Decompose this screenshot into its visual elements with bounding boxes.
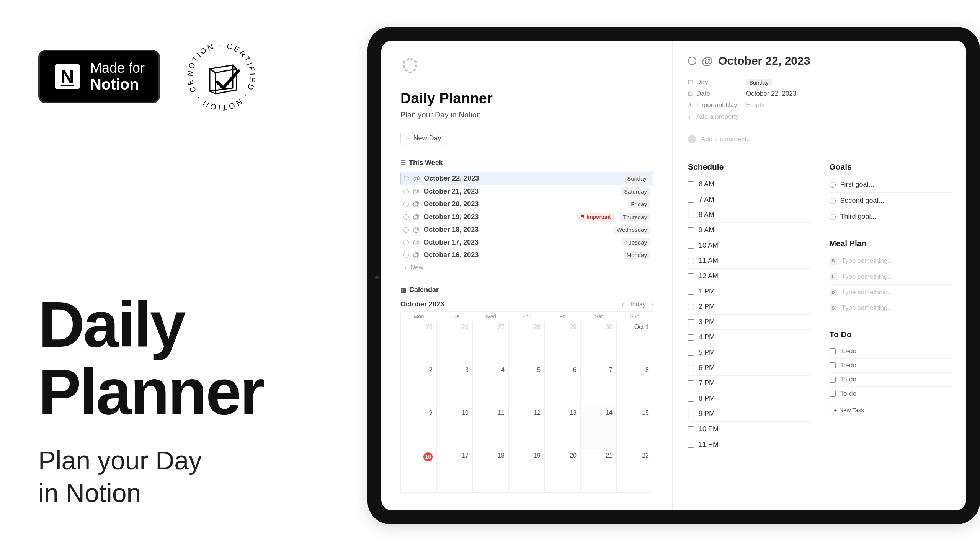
schedule-row[interactable]: 6 AM xyxy=(688,177,811,192)
checkbox-icon[interactable] xyxy=(688,197,694,203)
calendar-cell[interactable]: 13 xyxy=(545,407,581,450)
calendar-header[interactable]: ▦ Calendar xyxy=(400,286,653,297)
new-row-button[interactable]: +New xyxy=(400,261,653,274)
schedule-row[interactable]: 6 PM xyxy=(688,360,811,376)
week-row[interactable]: @ October 22, 2023 Sunday xyxy=(400,172,653,185)
checkbox-icon[interactable] xyxy=(688,426,694,432)
calendar-cell[interactable]: 4 xyxy=(473,364,509,407)
today-button[interactable]: Today xyxy=(629,301,646,308)
goal-row[interactable]: Second goal... xyxy=(830,193,953,209)
radio-icon[interactable] xyxy=(830,182,836,188)
add-property-button[interactable]: + Add a property xyxy=(688,111,952,122)
goal-row[interactable]: First goal... xyxy=(830,177,953,193)
prop-day[interactable]: ☐ Day Sunday xyxy=(688,77,952,88)
todo-row[interactable]: To-do xyxy=(830,387,953,401)
calendar-cell[interactable]: 25 xyxy=(401,321,437,364)
this-week-header[interactable]: ☰ This Week xyxy=(400,159,653,170)
calendar-cell[interactable]: 9 xyxy=(401,407,437,450)
calendar-cell[interactable]: 16 xyxy=(401,450,437,492)
goal-row[interactable]: Third goal... xyxy=(830,209,953,225)
checkbox-icon[interactable] xyxy=(688,212,694,218)
schedule-row[interactable]: 8 PM xyxy=(688,391,811,406)
checkbox-icon[interactable] xyxy=(830,377,836,383)
calendar-cell[interactable]: 2 xyxy=(401,364,437,407)
calendar-cell[interactable]: 17 xyxy=(437,450,473,492)
calendar-cell[interactable]: 19 xyxy=(509,450,545,492)
checkbox-icon[interactable] xyxy=(830,348,836,354)
schedule-row[interactable]: 10 PM xyxy=(688,422,811,437)
schedule-row[interactable]: 2 PM xyxy=(688,299,811,315)
week-row[interactable]: @ October 17, 2023 Tuesday xyxy=(400,236,653,249)
calendar-cell[interactable]: 7 xyxy=(581,364,617,407)
todo-row[interactable]: To-do xyxy=(830,344,953,359)
checkbox-icon[interactable] xyxy=(688,258,694,264)
calendar-cell[interactable]: 10 xyxy=(437,407,473,450)
schedule-row[interactable]: 8 AM xyxy=(688,207,811,223)
checkbox-icon[interactable] xyxy=(830,391,836,397)
schedule-row[interactable]: 11 PM xyxy=(688,437,811,452)
schedule-row[interactable]: 9 AM xyxy=(688,223,811,238)
calendar-cell[interactable]: 18 xyxy=(473,450,509,492)
calendar-cell[interactable]: Oct 1 xyxy=(617,321,653,364)
schedule-row[interactable]: 4 PM xyxy=(688,330,811,345)
schedule-row[interactable]: 9 PM xyxy=(688,406,811,422)
calendar-cell[interactable]: 29 xyxy=(545,321,581,364)
new-task-button[interactable]: + New Task xyxy=(830,405,869,415)
schedule-row[interactable]: 5 PM xyxy=(688,345,811,360)
schedule-row[interactable]: 10 AM xyxy=(688,238,811,253)
meal-row[interactable]: LType something... xyxy=(830,269,953,285)
checkbox-icon[interactable] xyxy=(688,289,694,295)
week-row[interactable]: @ October 18, 2023 Wednesday xyxy=(400,223,653,236)
meal-row[interactable]: BType something... xyxy=(830,253,953,269)
week-row[interactable]: @ October 16, 2023 Monday xyxy=(400,249,653,261)
meal-row[interactable]: SType something... xyxy=(830,300,953,316)
checkbox-icon[interactable] xyxy=(688,365,694,371)
todo-row[interactable]: To-do xyxy=(830,373,953,387)
calendar-cell[interactable]: 21 xyxy=(581,450,617,492)
schedule-row[interactable]: 3 PM xyxy=(688,315,811,330)
checkbox-icon[interactable] xyxy=(688,396,694,402)
checkbox-icon[interactable] xyxy=(688,319,694,325)
checkbox-icon[interactable] xyxy=(688,411,694,417)
calendar-cell[interactable]: 11 xyxy=(473,407,509,450)
new-day-button[interactable]: + New Day xyxy=(400,132,447,145)
calendar-cell[interactable]: 8 xyxy=(617,364,653,407)
schedule-row[interactable]: 12 AM xyxy=(688,269,811,284)
checkbox-icon[interactable] xyxy=(688,380,694,386)
schedule-row[interactable]: 11 AM xyxy=(688,253,811,269)
prop-important[interactable]: ⚠ Important Day Empty xyxy=(688,99,952,111)
week-row[interactable]: @ October 19, 2023 ⚑ Important Thursday xyxy=(400,210,653,223)
checkbox-icon[interactable] xyxy=(688,334,694,341)
checkbox-icon[interactable] xyxy=(688,350,694,356)
add-comment-row[interactable]: Add a comment... xyxy=(688,130,952,148)
todo-row[interactable]: To-do xyxy=(830,359,953,373)
checkbox-icon[interactable] xyxy=(688,304,694,310)
checkbox-icon[interactable] xyxy=(688,273,694,279)
calendar-cell[interactable]: 22 xyxy=(617,450,653,492)
calendar-cell[interactable]: 5 xyxy=(509,364,545,407)
checkbox-icon[interactable] xyxy=(830,362,836,368)
checkbox-icon[interactable] xyxy=(688,181,694,187)
checkbox-icon[interactable] xyxy=(688,442,694,448)
checkbox-icon[interactable] xyxy=(688,227,694,233)
radio-icon[interactable] xyxy=(830,214,836,220)
calendar-cell[interactable]: 27 xyxy=(473,321,509,364)
schedule-row[interactable]: 1 PM xyxy=(688,284,811,299)
calendar-cell[interactable]: 12 xyxy=(509,407,545,450)
calendar-cell[interactable]: 30 xyxy=(581,321,617,364)
schedule-row[interactable]: 7 AM xyxy=(688,192,811,207)
checkbox-icon[interactable] xyxy=(688,243,694,249)
calendar-cell[interactable]: 20 xyxy=(545,450,581,492)
calendar-cell[interactable]: 26 xyxy=(437,321,473,364)
calendar-cell[interactable]: 14 xyxy=(581,407,617,450)
prop-date[interactable]: ☐ Date October 22, 2023 xyxy=(688,88,952,99)
calendar-cell[interactable]: 3 xyxy=(437,364,473,407)
calendar-cell[interactable]: 6 xyxy=(545,364,581,407)
week-row[interactable]: @ October 20, 2023 Friday xyxy=(400,198,653,210)
next-month-button[interactable]: › xyxy=(651,301,653,308)
calendar-cell[interactable]: 15 xyxy=(617,407,653,450)
week-row[interactable]: @ October 21, 2023 Saturday xyxy=(400,185,653,198)
prev-month-button[interactable]: ‹ xyxy=(622,301,624,308)
calendar-cell[interactable]: 28 xyxy=(509,321,545,364)
schedule-row[interactable]: 7 PM xyxy=(688,376,811,391)
